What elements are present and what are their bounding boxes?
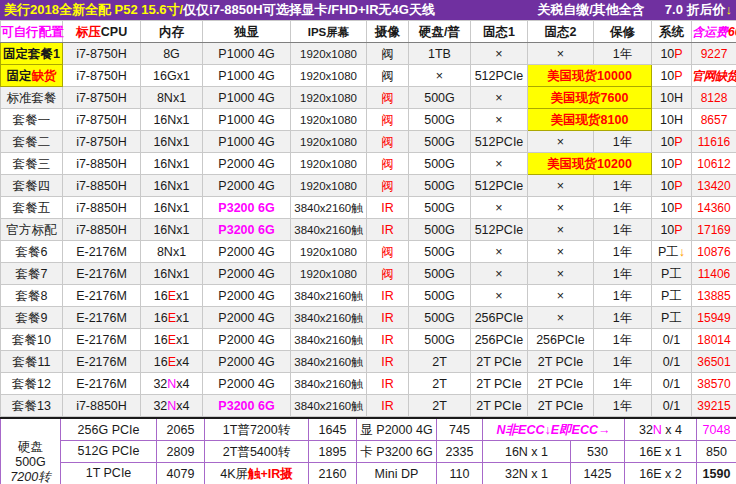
screen: 3840x2160触 — [291, 285, 367, 307]
addon-cell: 卡 P3200 6G — [357, 441, 437, 463]
ssd1: × — [471, 153, 528, 175]
price: 10876 — [692, 241, 736, 263]
price: 38570 — [692, 373, 736, 395]
system: 10H — [652, 109, 692, 131]
cpu: E-2176M — [63, 351, 141, 373]
col-header-system: 系统 — [652, 21, 692, 43]
config-row: 标准套餐i7-8750H8Nx1P1000 4G1920x1080阀500G×美… — [1, 87, 736, 109]
system: 10P — [652, 131, 692, 153]
camera: IR — [367, 395, 409, 417]
config-name: 套餐12 — [1, 373, 63, 395]
addon-cell: 7048 — [697, 418, 736, 441]
gpu: P2000 4G — [203, 175, 291, 197]
price: 8128 — [692, 87, 736, 109]
cpu: i7-8850H — [63, 197, 141, 219]
price: 15949 — [692, 307, 736, 329]
banner-title-options: 仅仅i7-8850H可选择显卡/FHD+IR无4G天线 — [183, 2, 435, 17]
cpu: E-2176M — [63, 285, 141, 307]
ssd1: 2T PCIe — [471, 373, 528, 395]
price: 14360 — [692, 197, 736, 219]
banner-discount-note: 7.0 折后价 — [665, 2, 726, 17]
gpu: P1000 4G — [203, 131, 291, 153]
hdd: 500G — [409, 329, 471, 351]
config-row: 套餐13i7-8850H32Nx4P3200 6G3840x2160触IR2T2… — [1, 395, 736, 417]
cpu: E-2176M — [63, 263, 141, 285]
camera: IR — [367, 351, 409, 373]
ssd2: 2T PCIe — [528, 395, 594, 417]
config-name: 套餐13 — [1, 395, 63, 417]
addon-cell: 256G PCIe — [61, 418, 157, 441]
camera: 阀 — [367, 109, 409, 131]
stock-note: 美国现货7600 — [528, 87, 652, 109]
warranty: 1年 — [594, 175, 652, 197]
ssd1: × — [471, 109, 528, 131]
ram: 16Ex1 — [141, 285, 203, 307]
screen: 1920x1080 — [291, 175, 367, 197]
ram: 16Nx1 — [141, 131, 203, 153]
gpu: P2000 4G — [203, 307, 291, 329]
hdd: 500G — [409, 241, 471, 263]
addon-cell: 745 — [437, 418, 483, 441]
price: 18014 — [692, 329, 736, 351]
hdd: 500G — [409, 175, 471, 197]
gpu: P2000 4G — [203, 263, 291, 285]
col-header-config-name: 可自行配置 — [1, 21, 63, 43]
camera: IR — [367, 285, 409, 307]
col-header-warranty: 保修 — [594, 21, 652, 43]
screen: 3840x2160触 — [291, 395, 367, 417]
cpu: i7-8750H — [63, 109, 141, 131]
ssd2: × — [528, 197, 594, 219]
addon-cell: 32N x 1 — [483, 463, 571, 484]
warranty: 1年 — [594, 285, 652, 307]
hdd: 500G — [409, 307, 471, 329]
config-row: 套餐一i7-8750H16Nx1P1000 4G1920x1080阀500G×美… — [1, 109, 736, 131]
col-header-price: 含运费600 — [692, 21, 736, 43]
addons-table-body: 硬盘500G7200转256G PCIe20651T普7200转1645显 P2… — [1, 418, 736, 484]
cpu: i7-8850H — [63, 153, 141, 175]
banner-right: 关税自缴/其他全含7.0 折后价↓ — [537, 1, 732, 19]
config-name: 官方标配 — [1, 219, 63, 241]
camera: 阀 — [367, 131, 409, 153]
addon-cell: 850 — [697, 441, 736, 463]
screen: 3840x2160触 — [291, 307, 367, 329]
ram: 32Nx4 — [141, 395, 203, 417]
addon-cell: 4K屏触+IR摄 — [205, 463, 309, 484]
gpu: P2000 4G — [203, 351, 291, 373]
ssd1: × — [471, 241, 528, 263]
col-header-ssd1: 固态1 — [471, 21, 528, 43]
addon-cell: 1425 — [571, 463, 625, 484]
ecc-note: N非ECC↓E即ECC→ — [483, 418, 625, 441]
screen: 1920x1080 — [291, 87, 367, 109]
config-name: 套餐三 — [1, 153, 63, 175]
cpu: i7-8750H — [63, 87, 141, 109]
gpu: P3200 6G — [203, 197, 291, 219]
system: 10P — [652, 65, 692, 87]
camera: 阀 — [367, 43, 409, 65]
ssd1: 256PCIe — [471, 307, 528, 329]
system: P工 — [652, 285, 692, 307]
screen: 1920x1080 — [291, 131, 367, 153]
hdd: 500G — [409, 87, 471, 109]
gpu: P3200 6G — [203, 395, 291, 417]
ram: 8G — [141, 43, 203, 65]
warranty: 1年 — [594, 131, 652, 153]
cpu: i7-8850H — [63, 219, 141, 241]
hdd: 500G — [409, 109, 471, 131]
ssd2: × — [528, 307, 594, 329]
ssd1: 2T PCIe — [471, 351, 528, 373]
config-name: 套餐11 — [1, 351, 63, 373]
config-row: 套餐7E-2176M16Nx1P2000 4G1920x1080阀500G××1… — [1, 263, 736, 285]
ssd1: 512PCIe — [471, 175, 528, 197]
camera: 阀 — [367, 153, 409, 175]
ssd2: × — [528, 241, 594, 263]
ram: 16Gx1 — [141, 65, 203, 87]
screen: 1920x1080 — [291, 109, 367, 131]
stock-note: 美国现货8100 — [528, 109, 652, 131]
warranty: 1年 — [594, 197, 652, 219]
warranty: 1年 — [594, 307, 652, 329]
config-table-body: 固定套餐1i7-8750H8GP1000 4G1920x1080阀1TB××1年… — [1, 43, 736, 417]
ram: 16Nx1 — [141, 109, 203, 131]
ssd2: 2T PCIe — [528, 373, 594, 395]
screen: 1920x1080 — [291, 43, 367, 65]
ssd2: × — [528, 285, 594, 307]
